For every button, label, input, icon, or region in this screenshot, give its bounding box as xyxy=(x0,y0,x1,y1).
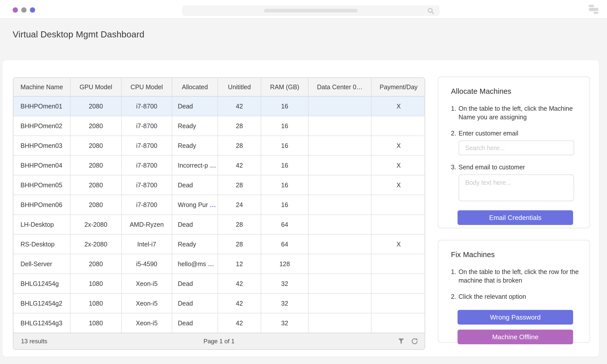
cell-machine[interactable]: BHHPOmen03 xyxy=(13,136,70,155)
cell-data_center[interactable] xyxy=(308,136,371,155)
cell-unititled[interactable]: 28 xyxy=(218,116,261,136)
cell-data_center[interactable] xyxy=(308,234,371,254)
cell-unititled[interactable]: 28 xyxy=(218,175,261,195)
table-row[interactable]: Dell-Server2080i5-4590hello@ms…12128 xyxy=(13,254,425,274)
cell-payment[interactable]: X xyxy=(371,234,425,254)
cell-ram[interactable]: 16 xyxy=(261,96,308,116)
cell-gpu[interactable]: 2080 xyxy=(70,195,121,215)
refresh-icon[interactable] xyxy=(411,338,418,345)
cell-allocated[interactable]: Dead xyxy=(172,175,218,195)
cell-ram[interactable]: 16 xyxy=(261,155,308,175)
cell-data_center[interactable] xyxy=(308,195,371,215)
cell-ram[interactable]: 32 xyxy=(261,313,308,333)
table-row[interactable]: BHHPOmen022080i7-8700Ready2816 xyxy=(13,116,425,136)
cell-allocated[interactable]: Incorrect-p… xyxy=(172,155,218,175)
table-row[interactable]: RS-Desktop2x-2080Intel-i7Ready2864X xyxy=(13,234,425,254)
cell-machine[interactable]: BHLG12454g3 xyxy=(13,313,70,333)
cell-unititled[interactable]: 28 xyxy=(218,215,261,234)
cell-ram[interactable]: 64 xyxy=(261,234,308,254)
cell-machine[interactable]: BHHPOmen06 xyxy=(13,195,70,215)
cell-cpu[interactable]: Xeon-i5 xyxy=(121,274,172,293)
cell-ram[interactable]: 32 xyxy=(261,293,308,313)
cell-gpu[interactable]: 2080 xyxy=(70,155,121,175)
cell-unititled[interactable]: 42 xyxy=(218,274,261,293)
table-row[interactable]: BHLG12454g31080Xeon-i5Dead4232 xyxy=(13,313,425,333)
table-row[interactable]: BHHPOmen042080i7-8700Incorrect-p…4216X xyxy=(13,155,425,175)
cell-cpu[interactable]: i7-8700 xyxy=(121,155,172,175)
cell-payment[interactable]: X xyxy=(371,136,425,155)
cell-machine[interactable]: BHHPOmen01 xyxy=(13,96,70,116)
cell-ram[interactable]: 32 xyxy=(261,274,308,293)
window-control-dot-2[interactable] xyxy=(21,7,27,13)
cell-gpu[interactable]: 2080 xyxy=(70,116,121,136)
cell-gpu[interactable]: 2080 xyxy=(70,136,121,155)
window-control-dot-3[interactable] xyxy=(30,7,35,13)
cell-cpu[interactable]: i7-8700 xyxy=(121,96,172,116)
cell-allocated[interactable]: Dead xyxy=(172,274,218,293)
cell-payment[interactable]: X xyxy=(371,96,425,116)
cell-machine[interactable]: BHLG12454g xyxy=(13,274,70,293)
cell-unititled[interactable]: 28 xyxy=(218,136,261,155)
cell-ram[interactable]: 16 xyxy=(261,116,308,136)
email-body-textarea[interactable] xyxy=(459,174,574,201)
cell-gpu[interactable]: 1080 xyxy=(70,274,121,293)
cell-cpu[interactable]: Xeon-i5 xyxy=(121,313,172,333)
table-row[interactable]: BHHPOmen062080i7-8700Wrong Pur…2416 xyxy=(13,195,425,215)
email-credentials-button[interactable]: Email Credentials xyxy=(458,210,573,225)
cell-allocated[interactable]: Dead xyxy=(172,215,218,234)
cell-cpu[interactable]: Xeon-i5 xyxy=(121,293,172,313)
cell-ram[interactable]: 16 xyxy=(261,195,308,215)
cell-allocated[interactable]: Dead xyxy=(172,313,218,333)
cell-gpu[interactable]: 2x-2080 xyxy=(70,215,121,234)
cell-allocated[interactable]: Dead xyxy=(172,96,218,116)
cell-cpu[interactable]: i5-4590 xyxy=(121,254,172,274)
cell-unititled[interactable]: 42 xyxy=(218,293,261,313)
table-row[interactable]: BHHPOmen052080i7-8700Dead2816X xyxy=(13,175,425,195)
customer-email-input[interactable] xyxy=(459,141,574,155)
cell-cpu[interactable]: i7-8700 xyxy=(121,116,172,136)
wrong-password-button[interactable]: Wrong Password xyxy=(458,310,573,325)
cell-machine[interactable]: RS-Desktop xyxy=(13,234,70,254)
table-row[interactable]: BHHPOmen012080i7-8700Dead4216X xyxy=(13,96,425,116)
cell-unititled[interactable]: 12 xyxy=(218,254,261,274)
cell-unititled[interactable]: 42 xyxy=(218,96,261,116)
filter-icon[interactable] xyxy=(398,338,404,345)
browser-search-bar[interactable] xyxy=(182,5,440,16)
cell-gpu[interactable]: 2080 xyxy=(70,175,121,195)
cell-payment[interactable]: X xyxy=(371,175,425,195)
cell-gpu[interactable]: 2080 xyxy=(70,254,121,274)
cell-payment[interactable] xyxy=(371,254,425,274)
cell-cpu[interactable]: Intel-i7 xyxy=(121,234,172,254)
cell-cpu[interactable]: AMD-Ryzen xyxy=(121,215,172,234)
search-icon[interactable] xyxy=(427,7,435,15)
cell-ram[interactable]: 128 xyxy=(261,254,308,274)
cell-payment[interactable] xyxy=(371,293,425,313)
cell-data_center[interactable] xyxy=(308,175,371,195)
cell-gpu[interactable]: 1080 xyxy=(70,313,121,333)
cell-ram[interactable]: 16 xyxy=(261,175,308,195)
cell-payment[interactable] xyxy=(371,116,425,136)
cell-cpu[interactable]: i7-8700 xyxy=(121,175,172,195)
cell-data_center[interactable] xyxy=(308,313,371,333)
cell-data_center[interactable] xyxy=(308,274,371,293)
table-row[interactable]: BHLG12454g21080Xeon-i5Dead4232 xyxy=(13,293,425,313)
cell-cpu[interactable]: i7-8700 xyxy=(121,136,172,155)
cell-cpu[interactable]: i7-8700 xyxy=(121,195,172,215)
cell-ram[interactable]: 64 xyxy=(261,215,308,234)
table-row[interactable]: BHHPOmen032080i7-8700Ready2816X xyxy=(13,136,425,155)
cell-payment[interactable]: X xyxy=(371,155,425,175)
cell-machine[interactable]: BHLG12454g2 xyxy=(13,293,70,313)
cell-machine[interactable]: LH-Desktop xyxy=(13,215,70,234)
table-row[interactable]: BHLG12454g1080Xeon-i5Dead4232 xyxy=(13,274,425,293)
cell-data_center[interactable] xyxy=(308,155,371,175)
cell-data_center[interactable] xyxy=(308,293,371,313)
table-row[interactable]: LH-Desktop2x-2080AMD-RyzenDead2864 xyxy=(13,215,425,234)
cell-gpu[interactable]: 2080 xyxy=(70,96,121,116)
cell-allocated[interactable]: Wrong Pur… xyxy=(172,195,218,215)
cell-allocated[interactable]: hello@ms… xyxy=(172,254,218,274)
cell-machine[interactable]: BHHPOmen02 xyxy=(13,116,70,136)
cell-ram[interactable]: 16 xyxy=(261,136,308,155)
cell-machine[interactable]: BHHPOmen04 xyxy=(13,155,70,175)
cell-allocated[interactable]: Dead xyxy=(172,293,218,313)
window-control-dot-1[interactable] xyxy=(13,7,18,13)
